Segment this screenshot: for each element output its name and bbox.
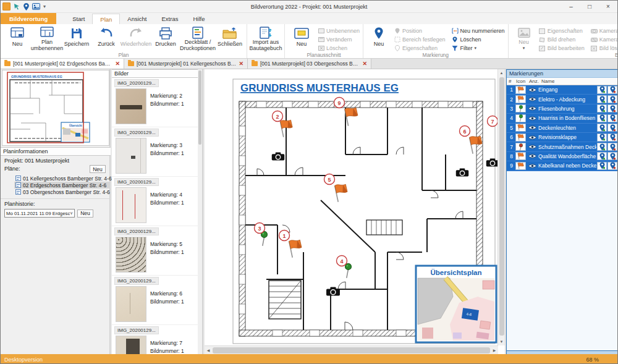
tab-plan[interactable]: Plan	[92, 14, 120, 24]
vertical-scrollbar[interactable]: ▲ ▼	[497, 69, 505, 345]
close-tab-icon[interactable]: ✕	[362, 61, 367, 67]
markierung-eigenschaften-button[interactable]: Eigenschaften	[392, 44, 447, 52]
bild-list-item[interactable]: IMG_20200129... Markierung: 7 Bildnummer…	[112, 325, 202, 354]
plan-tree-item-selected[interactable]: 02 Erdgeschoss Bamberger Str. 4-6	[14, 182, 111, 188]
scrollbar-thumb[interactable]	[499, 77, 504, 336]
pin-add-button[interactable]	[597, 143, 607, 151]
neu-nummerieren-button[interactable]: Neu nummerieren	[451, 27, 506, 35]
ausschnitt-loeschen-button[interactable]: Löschen	[316, 44, 361, 52]
visibility-eye-icon[interactable]	[527, 125, 538, 130]
visibility-eye-icon[interactable]	[527, 153, 538, 159]
bild-list-item[interactable]: IMG_20200129... Markierung: 2 Bildnummer…	[112, 78, 202, 127]
markierung-row[interactable]: 3 Fliesenbohrung	[507, 104, 618, 114]
visibility-eye-icon[interactable]	[527, 106, 538, 111]
document-tab[interactable]: [001 Musterprojekt] 01 Kellergeschoss Ba…	[124, 59, 248, 69]
plan-tree-item[interactable]: 01 Kellergeschoss Bamberger Str. 4-6	[14, 175, 111, 182]
image-icon[interactable]	[32, 3, 40, 10]
drucken-button[interactable]: Drucken	[151, 25, 180, 51]
scroll-right-icon[interactable]: ▶	[491, 348, 498, 352]
pin-remove-button[interactable]	[607, 152, 617, 160]
close-button[interactable]: ×	[599, 1, 617, 12]
scroll-down-icon[interactable]: ▼	[498, 338, 505, 345]
document-tab[interactable]: [001 Musterprojekt] 03 Obergeschoss Bamb…	[248, 59, 371, 69]
column-anz[interactable]: Anz.	[529, 78, 541, 84]
pin-icon[interactable]	[23, 3, 29, 11]
pin-add-button[interactable]	[597, 86, 607, 94]
qat-dropdown-icon[interactable]: ▾	[43, 4, 46, 9]
minimize-button[interactable]: –	[562, 1, 580, 12]
markierung-neu-button[interactable]: Neu	[365, 25, 392, 51]
plan-neu-button[interactable]: Neu	[2, 25, 32, 51]
import-bautagebuch-button[interactable]: Import aus Bautagebuch	[249, 25, 282, 51]
pin-add-button[interactable]	[597, 104, 607, 112]
deckblatt-button[interactable]: Deckblatt / Druckoptionen	[180, 25, 215, 51]
filter-button[interactable]: Filter ▾	[451, 44, 506, 52]
markierung-loeschen-button[interactable]: Löschen	[451, 36, 506, 43]
visibility-eye-icon[interactable]	[527, 163, 538, 169]
kamerastandort-loeschen-button[interactable]: Kamerastandort löschen	[590, 36, 618, 43]
maximize-button[interactable]: □	[580, 1, 599, 12]
bild-list-item[interactable]: IMG_20200129... Markierung: 5 Bildnummer…	[112, 226, 202, 276]
image-thumbnail[interactable]	[116, 88, 146, 124]
pin-remove-button[interactable]	[607, 86, 617, 94]
bilder-scrollbar[interactable]	[198, 69, 202, 354]
planausschnitt-neu-button[interactable]: Neu	[287, 25, 316, 51]
ausschnitt-umbenennen-button[interactable]: Umbenennen	[316, 27, 361, 35]
pin-add-button[interactable]	[597, 114, 607, 122]
markierung-row[interactable]: 5 Deckenleuchten	[507, 124, 618, 133]
pin-remove-button[interactable]	[607, 133, 617, 142]
image-thumbnail[interactable]	[116, 286, 146, 322]
plan-history-dropdown[interactable]: Mo 01.11.2021 11:09 Erdgeschoss ( ∨	[4, 209, 75, 218]
bereich-festlegen-button[interactable]: Bereich festlegen	[392, 36, 447, 43]
schliessen-button[interactable]: Schließen	[215, 25, 245, 51]
pin-add-button[interactable]	[597, 124, 607, 132]
pin-remove-button[interactable]	[607, 124, 617, 132]
plan-neu-sidebar-button[interactable]: Neu	[90, 165, 106, 173]
close-tab-icon[interactable]: ✕	[115, 61, 120, 67]
document-tab[interactable]: [001 Musterprojekt] 02 Erdgeschoss Bambe…	[1, 59, 124, 69]
pin-remove-button[interactable]	[607, 162, 617, 170]
pin-remove-button[interactable]	[607, 114, 617, 122]
image-thumbnail[interactable]	[116, 237, 146, 273]
pin-remove-button[interactable]	[607, 143, 617, 151]
markierung-row[interactable]: 1 Eingang	[507, 85, 618, 95]
markierung-row[interactable]: 9 Kabelkanal neben Deckendurch	[507, 161, 618, 171]
scroll-up-icon[interactable]: ▲	[498, 69, 505, 77]
tab-ansicht[interactable]: Ansicht	[120, 14, 154, 24]
image-thumbnail[interactable]	[116, 336, 146, 354]
plan-overview-preview[interactable]: GRUNDRISS MUSTERHAUS EG Übersicht	[2, 70, 109, 146]
column-num[interactable]: #	[507, 78, 516, 84]
app-menu-button[interactable]: Bildverortung	[1, 13, 56, 24]
pin-remove-button[interactable]	[607, 95, 617, 103]
close-tab-icon[interactable]: ✕	[239, 61, 243, 67]
ausschnitt-veraendern-button[interactable]: Verändern	[316, 36, 361, 43]
select-tool-icon[interactable]	[14, 3, 20, 10]
plan-tree-item[interactable]: 03 Obergeschoss Bamberger Str. 4-6	[14, 188, 111, 195]
image-thumbnail[interactable]	[116, 187, 146, 223]
column-icon[interactable]: Icon	[516, 78, 529, 84]
visibility-eye-icon[interactable]	[527, 96, 538, 102]
bild-list-item[interactable]: IMG_20200129... Markierung: 3 Bildnummer…	[112, 127, 202, 177]
markierung-row[interactable]: 2 Elektro - Abdeckung	[507, 95, 618, 104]
plan-umbenennen-button[interactable]: I Plan umbenennen	[32, 25, 62, 51]
bild-neu-button[interactable]: Neu ▾	[510, 25, 538, 51]
bild-eigenschaften-button[interactable]: Eigenschaften	[538, 27, 586, 35]
bild-list-item[interactable]: IMG_20200129... Markierung: 4 Bildnummer…	[112, 177, 202, 226]
pin-add-button[interactable]	[597, 133, 607, 142]
app-logo-icon[interactable]	[2, 2, 11, 11]
column-name[interactable]: Name	[541, 78, 618, 84]
tab-hilfe[interactable]: Hilfe	[185, 14, 212, 24]
zurueck-button[interactable]: Zurück	[91, 25, 121, 51]
position-button[interactable]: Position	[392, 27, 447, 35]
bild-list-item[interactable]: IMG_20200129... Markierung: 6 Bildnummer…	[112, 276, 202, 325]
tab-extras[interactable]: Extras	[154, 14, 186, 24]
bild-bearbeiten-button[interactable]: Bild bearbeiten	[538, 44, 586, 52]
wiederholen-button[interactable]: Wiederholen	[121, 25, 151, 51]
speichern-button[interactable]: Speichern	[62, 25, 91, 51]
visibility-eye-icon[interactable]	[527, 116, 538, 121]
bild-drehen-button[interactable]: Bild drehen	[538, 36, 586, 43]
pin-add-button[interactable]	[597, 95, 607, 103]
history-neu-button[interactable]: Neu	[77, 210, 93, 218]
tab-start[interactable]: Start	[65, 14, 92, 24]
scroll-left-icon[interactable]: ◀	[205, 348, 212, 352]
